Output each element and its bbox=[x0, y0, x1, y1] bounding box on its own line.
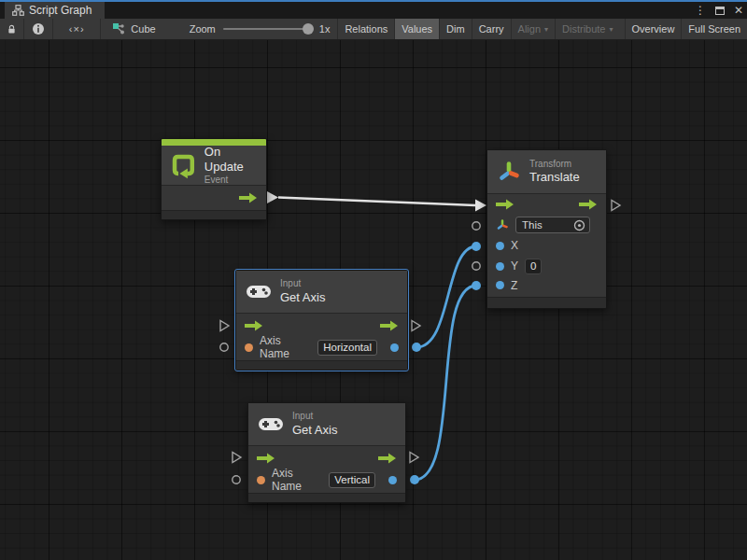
node-footer bbox=[162, 210, 266, 219]
flow-in-arrow-icon[interactable] bbox=[496, 199, 514, 210]
flow-row bbox=[487, 194, 606, 215]
variables-button[interactable]: ‹×› bbox=[53, 19, 101, 39]
wire-onupdate-to-translate[interactable] bbox=[278, 198, 475, 206]
transform-axis-icon bbox=[496, 218, 509, 231]
breadcrumb-label: Cube bbox=[131, 23, 155, 35]
axis-name-field[interactable]: Horizontal bbox=[317, 340, 377, 356]
tab-script-graph[interactable]: Script Graph bbox=[5, 2, 105, 19]
graph-breadcrumb[interactable]: Cube bbox=[101, 19, 164, 39]
target-row: This bbox=[487, 215, 606, 235]
zoom-control: Zoom 1x bbox=[165, 19, 338, 39]
wire-horizontal-to-x[interactable] bbox=[416, 246, 476, 347]
flow-out-arrow-icon[interactable] bbox=[579, 199, 598, 210]
graph-canvas[interactable]: On Update Event Transform Transl bbox=[0, 40, 747, 560]
flow-out-arrow-icon[interactable] bbox=[239, 192, 258, 203]
target-object-dropdown[interactable]: This bbox=[515, 217, 590, 233]
port-getaxish-name-in[interactable] bbox=[220, 343, 228, 351]
gamepad-icon bbox=[246, 284, 272, 300]
flow-in-arrow-icon[interactable] bbox=[257, 453, 275, 464]
z-port-dot[interactable] bbox=[496, 281, 504, 289]
zoom-slider-handle[interactable] bbox=[303, 23, 314, 35]
kebab-menu-icon[interactable]: ⋮ bbox=[695, 2, 706, 19]
node-header: Input Get Axis bbox=[236, 271, 407, 314]
port-getaxisv-flow-in[interactable] bbox=[233, 453, 241, 463]
values-button[interactable]: Values bbox=[394, 19, 439, 39]
y-port-label: Y bbox=[511, 259, 518, 273]
axis-name-row: Axis Name Vertical bbox=[248, 470, 405, 493]
relations-button[interactable]: Relations bbox=[337, 19, 394, 39]
tab-title: Script Graph bbox=[29, 4, 92, 17]
flow-out-arrow-icon[interactable] bbox=[380, 320, 399, 331]
node-get-axis-horizontal[interactable]: Input Get Axis Axis Name Horizontal bbox=[235, 270, 408, 371]
port-row-y: Y 0 bbox=[487, 256, 606, 276]
object-picker-icon[interactable] bbox=[573, 219, 585, 231]
port-getaxish-flow-out[interactable] bbox=[412, 321, 420, 331]
flow-in-arrow-icon[interactable] bbox=[245, 320, 263, 331]
zoom-slider[interactable] bbox=[223, 28, 312, 30]
chevron-down-icon: ▾ bbox=[544, 25, 548, 34]
code-brackets-icon: ‹×› bbox=[69, 23, 85, 35]
node-translate[interactable]: Transform Translate This bbox=[486, 149, 607, 309]
target-value: This bbox=[522, 219, 543, 231]
node-subtitle: Event bbox=[204, 175, 257, 187]
node-get-axis-vertical[interactable]: Input Get Axis Axis Name Vertical bbox=[247, 402, 406, 503]
node-footer bbox=[248, 493, 405, 502]
port-getaxisv-value-out[interactable] bbox=[410, 475, 419, 484]
wire-vertical-to-z[interactable] bbox=[415, 286, 476, 480]
node-title: Get Axis bbox=[280, 290, 325, 305]
axis-name-port-dot[interactable] bbox=[245, 343, 253, 352]
graph-hierarchy-icon bbox=[12, 5, 24, 16]
node-header: Transform Translate bbox=[487, 150, 606, 194]
port-onupdate-flow-out[interactable] bbox=[267, 191, 278, 203]
node-on-update[interactable]: On Update Event bbox=[161, 138, 267, 220]
port-getaxisv-flow-out[interactable] bbox=[410, 453, 418, 463]
port-row-z: Z bbox=[487, 276, 606, 297]
toolbar-right-group: Relations Values Dim Carry Align ▾ Distr… bbox=[337, 19, 747, 39]
axis-name-label: Axis Name bbox=[272, 467, 322, 493]
zoom-value: 1x bbox=[319, 23, 331, 35]
flow-out-arrow-icon[interactable] bbox=[378, 453, 397, 464]
y-value-field[interactable]: 0 bbox=[525, 259, 542, 274]
tab-bar: Script Graph ⋮ ✕ bbox=[0, 2, 747, 19]
node-footer bbox=[487, 297, 606, 308]
port-translate-target-in[interactable] bbox=[472, 222, 480, 230]
axis-name-label: Axis Name bbox=[260, 334, 311, 360]
graph-toolbar: ‹×› Cube Zoom 1x Relations Values Dim Ca… bbox=[0, 19, 747, 40]
port-row-x: X bbox=[487, 235, 606, 256]
overview-button[interactable]: Overview bbox=[625, 19, 682, 39]
node-title: Get Axis bbox=[292, 423, 337, 438]
align-dropdown[interactable]: Align ▾ bbox=[511, 19, 555, 39]
graph-node-icon bbox=[112, 22, 125, 35]
script-graph-window: Script Graph ⋮ ✕ ‹×› bbox=[0, 0, 747, 560]
fullscreen-button[interactable]: Full Screen bbox=[681, 19, 747, 39]
dim-button[interactable]: Dim bbox=[439, 19, 472, 39]
carry-button[interactable]: Carry bbox=[472, 19, 511, 39]
window-controls: ⋮ ✕ bbox=[695, 2, 743, 19]
port-translate-flow-out[interactable] bbox=[612, 201, 620, 211]
z-port-label: Z bbox=[511, 279, 517, 292]
transform-axis-icon bbox=[497, 160, 521, 184]
distribute-dropdown[interactable]: Distribute ▾ bbox=[555, 19, 619, 39]
lock-button[interactable] bbox=[0, 19, 24, 39]
axis-name-port-dot[interactable] bbox=[257, 476, 265, 484]
y-port-dot[interactable] bbox=[496, 262, 504, 271]
maximize-icon[interactable] bbox=[715, 7, 725, 15]
port-getaxish-flow-in[interactable] bbox=[220, 321, 229, 331]
info-icon bbox=[32, 22, 45, 35]
value-out-port-dot[interactable] bbox=[390, 343, 399, 352]
inspector-button[interactable] bbox=[24, 19, 53, 39]
port-getaxish-value-out[interactable] bbox=[412, 343, 421, 352]
port-getaxisv-name-in[interactable] bbox=[233, 476, 240, 483]
node-title: Translate bbox=[529, 170, 580, 185]
chevron-down-icon: ▾ bbox=[610, 25, 613, 34]
zoom-label: Zoom bbox=[190, 23, 216, 35]
lock-icon bbox=[7, 23, 16, 35]
port-translate-y-in[interactable] bbox=[472, 262, 480, 270]
x-port-dot[interactable] bbox=[496, 242, 504, 250]
axis-name-row: Axis Name Horizontal bbox=[236, 338, 407, 360]
node-header: Input Get Axis bbox=[248, 403, 405, 446]
close-icon[interactable]: ✕ bbox=[734, 2, 743, 19]
loop-event-icon bbox=[171, 151, 196, 179]
value-out-port-dot[interactable] bbox=[388, 476, 397, 484]
axis-name-field[interactable]: Vertical bbox=[329, 472, 375, 488]
